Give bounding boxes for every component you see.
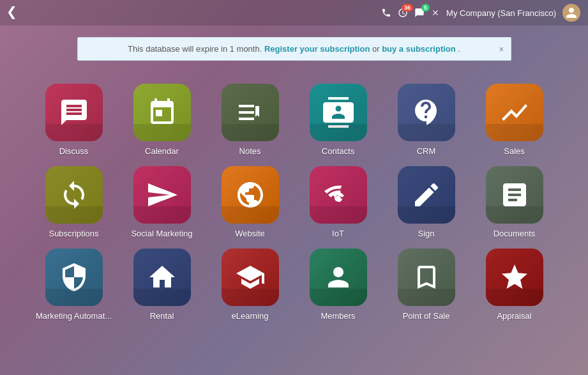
app-item-sign[interactable]: Sign xyxy=(385,166,468,238)
app-icon-notes xyxy=(222,84,279,141)
app-icon-contacts xyxy=(310,84,367,141)
app-label-members: Members xyxy=(320,311,355,321)
app-label-social-marketing: Social Marketing xyxy=(131,229,192,238)
app-item-sales[interactable]: Sales xyxy=(473,84,556,156)
app-item-marketing-automation[interactable]: Marketing Automat... xyxy=(33,249,116,321)
app-icon-sign xyxy=(398,166,455,224)
banner-or: or xyxy=(372,44,382,54)
app-label-subscriptions: Subscriptions xyxy=(49,229,98,238)
app-item-crm[interactable]: CRM xyxy=(385,84,468,156)
close-icon[interactable] xyxy=(431,8,440,17)
buy-subscription-link[interactable]: buy a subscription xyxy=(382,44,456,54)
app-label-website: Website xyxy=(235,229,265,238)
app-item-iot[interactable]: IoT xyxy=(297,166,380,238)
app-item-calendar[interactable]: Calendar xyxy=(121,84,204,156)
app-label-appraisal: Appraisal xyxy=(497,311,531,321)
app-item-point-of-sale[interactable]: Point of Sale xyxy=(385,249,468,321)
app-label-elearning: eLearning xyxy=(232,311,269,321)
app-icon-discuss xyxy=(45,84,103,141)
app-icon-members xyxy=(310,249,367,306)
app-item-appraisal[interactable]: Appraisal xyxy=(473,249,556,321)
app-label-discuss: Discuss xyxy=(59,146,89,156)
app-item-elearning[interactable]: eLearning xyxy=(209,249,292,321)
app-label-notes: Notes xyxy=(239,146,261,156)
user-avatar[interactable] xyxy=(562,4,580,22)
topbar-icons: 36 5 My Company (San Francisco) xyxy=(381,4,580,22)
app-item-discuss[interactable]: Discuss xyxy=(33,84,116,156)
phone-icon[interactable] xyxy=(381,8,391,18)
app-label-sign: Sign xyxy=(418,229,434,238)
app-icon-subscriptions xyxy=(45,166,103,224)
app-item-documents[interactable]: Documents xyxy=(473,166,556,238)
app-icon-calendar xyxy=(133,84,191,141)
app-item-subscriptions[interactable]: Subscriptions xyxy=(33,166,116,238)
app-icon-social-marketing xyxy=(133,166,191,224)
register-subscription-link[interactable]: Register your subscription xyxy=(264,44,370,54)
app-icon-iot xyxy=(310,166,367,224)
app-item-rental[interactable]: Rental xyxy=(121,249,204,321)
app-icon-sales xyxy=(486,84,543,141)
clock-badge: 36 xyxy=(402,4,413,11)
app-item-members[interactable]: Members xyxy=(297,249,380,321)
expiry-banner: This database will expire in 1 month. Re… xyxy=(77,37,511,61)
app-label-sales: Sales xyxy=(504,146,525,156)
app-label-marketing-automation: Marketing Automat... xyxy=(36,311,112,321)
app-label-iot: IoT xyxy=(332,229,344,238)
app-item-contacts[interactable]: Contacts xyxy=(297,84,380,156)
app-icon-elearning xyxy=(222,249,279,306)
banner-text: This database will expire in 1 month. xyxy=(128,44,264,54)
app-label-point-of-sale: Point of Sale xyxy=(403,311,450,321)
app-label-rental: Rental xyxy=(150,311,174,321)
app-label-contacts: Contacts xyxy=(322,146,354,156)
back-button[interactable]: ❮ xyxy=(6,5,17,18)
app-label-calendar: Calendar xyxy=(145,146,179,156)
app-icon-website xyxy=(222,166,279,224)
message-icon[interactable]: 5 xyxy=(414,8,425,18)
app-icon-marketing-automation xyxy=(45,249,103,306)
app-item-social-marketing[interactable]: Social Marketing xyxy=(121,166,204,238)
app-label-documents: Documents xyxy=(494,229,536,238)
clock-icon[interactable]: 36 xyxy=(398,8,408,18)
app-item-notes[interactable]: Notes xyxy=(209,84,292,156)
message-badge: 5 xyxy=(421,4,430,11)
company-name[interactable]: My Company (San Francisco) xyxy=(446,8,556,18)
banner-end: . xyxy=(458,44,460,54)
app-item-website[interactable]: Website xyxy=(209,166,292,238)
topbar: ❮ 36 5 My Company (San Francisco) xyxy=(0,0,588,26)
app-label-crm: CRM xyxy=(417,146,436,156)
app-icon-point-of-sale xyxy=(398,249,455,306)
app-icon-rental xyxy=(133,249,191,306)
app-icon-crm xyxy=(398,84,455,141)
app-icon-documents xyxy=(486,166,543,224)
app-grid: DiscussCalendarNotesContactsCRMSalesSubs… xyxy=(0,72,588,332)
banner-close-button[interactable]: × xyxy=(499,44,504,54)
app-icon-appraisal xyxy=(486,249,543,306)
